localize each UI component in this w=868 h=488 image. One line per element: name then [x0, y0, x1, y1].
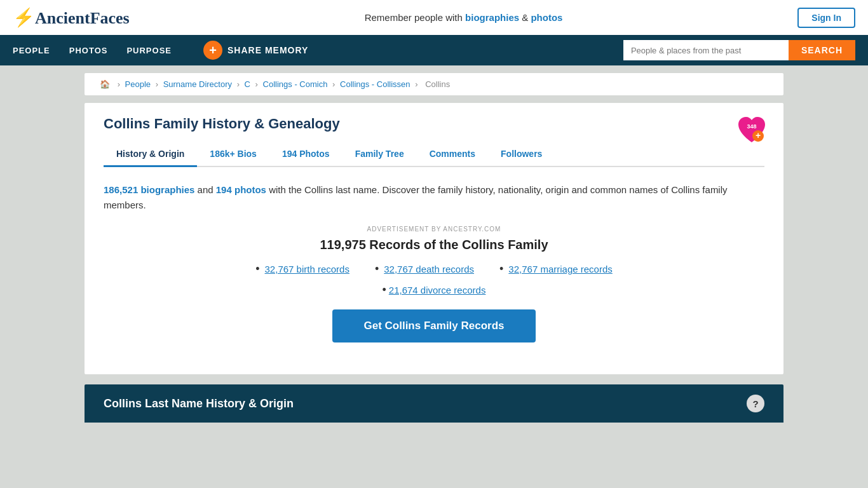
tab-family-tree[interactable]: Family Tree [342, 142, 417, 167]
heart-badge[interactable]: 348 + [735, 113, 768, 146]
breadcrumb: 🏠 › People › Surname Directory › C › Col… [85, 73, 783, 95]
records-list: • 32,767 birth records • 32,767 death re… [104, 262, 764, 297]
breadcrumb-collins: Collins [425, 79, 450, 89]
help-button[interactable]: ? [747, 395, 764, 412]
divorce-row: • 21,674 divorce records [383, 283, 486, 297]
sign-in-button[interactable]: Sign In [797, 8, 855, 28]
divorce-records-link[interactable]: 21,674 divorce records [389, 285, 486, 295]
birth-records-link[interactable]: 32,767 birth records [265, 264, 349, 274]
main-card: Collins Family History & Genealogy 348 +… [85, 103, 783, 374]
search-area: SEARCH [623, 40, 855, 60]
birth-records-item: • 32,767 birth records [255, 262, 349, 276]
share-memory-button[interactable]: + SHARE MEMORY [203, 41, 308, 60]
death-records-link[interactable]: 32,767 death records [384, 264, 474, 274]
content-description: 186,521 biographies and 194 photos with … [104, 182, 764, 213]
ad-title: 119,975 Records of the Collins Family [104, 238, 764, 252]
divorce-records-item: • 21,674 divorce records [383, 283, 486, 297]
nav-photos[interactable]: PHOTOS [69, 46, 108, 55]
bottom-section: Collins Last Name History & Origin ? [85, 384, 783, 423]
breadcrumb-c[interactable]: C [245, 79, 250, 89]
tagline: Remember people with biographies & photo… [365, 12, 563, 23]
nav-links: PEOPLE PHOTOS PURPOSE [13, 46, 172, 55]
share-circle-icon: + [203, 41, 222, 60]
nav-bar: PEOPLE PHOTOS PURPOSE + SHARE MEMORY SEA… [0, 35, 868, 65]
page-title: Collins Family History & Genealogy [104, 116, 764, 132]
tab-history-origin[interactable]: History & Origin [104, 142, 197, 167]
marriage-records-link[interactable]: 32,767 marriage records [508, 264, 612, 274]
breadcrumb-collings-collissen[interactable]: Collings - Collissen [340, 79, 410, 89]
logo[interactable]: ⚡AncientFaces [13, 7, 130, 28]
search-input[interactable] [623, 40, 789, 60]
nav-people[interactable]: PEOPLE [13, 46, 50, 55]
death-records-item: • 32,767 death records [375, 262, 474, 276]
tab-bios[interactable]: 186k+ Bios [197, 142, 269, 167]
search-button[interactable]: SEARCH [789, 40, 855, 60]
top-header: ⚡AncientFaces Remember people with biogr… [0, 0, 868, 35]
svg-text:348: 348 [747, 123, 756, 130]
home-icon[interactable]: 🏠 [100, 79, 110, 89]
ad-label: ADVERTISEMENT BY ANCESTRY.COM [104, 226, 764, 233]
tabs: History & Origin 186k+ Bios 194 Photos F… [104, 142, 764, 167]
photo-count-link[interactable]: 194 photos [216, 184, 266, 195]
ad-section: ADVERTISEMENT BY ANCESTRY.COM 119,975 Re… [104, 226, 764, 342]
nav-purpose[interactable]: PURPOSE [126, 46, 172, 55]
breadcrumb-collings-comich[interactable]: Collings - Comich [263, 79, 328, 89]
svg-text:+: + [756, 130, 761, 140]
get-records-button[interactable]: Get Collins Family Records [332, 309, 536, 342]
breadcrumb-people[interactable]: People [125, 79, 151, 89]
marriage-records-item: • 32,767 marriage records [499, 262, 613, 276]
tab-followers[interactable]: Followers [488, 142, 555, 167]
share-memory-label: SHARE MEMORY [227, 45, 308, 55]
bio-count-link[interactable]: 186,521 biographies [104, 184, 194, 195]
bottom-title: Collins Last Name History & Origin [104, 397, 294, 410]
breadcrumb-surname-directory[interactable]: Surname Directory [163, 79, 232, 89]
records-row-1: • 32,767 birth records • 32,767 death re… [255, 262, 613, 276]
tab-photos[interactable]: 194 Photos [269, 142, 342, 167]
tab-comments[interactable]: Comments [417, 142, 488, 167]
